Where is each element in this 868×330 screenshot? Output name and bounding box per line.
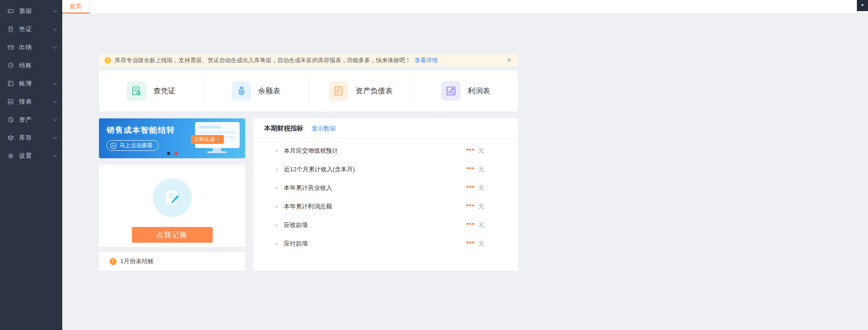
carousel-dot-2[interactable] <box>174 152 177 155</box>
unclosed-month-text: 1月份未结账 <box>120 257 154 265</box>
dashboard-columns: 销售成本智能结转 马上点击观看 <box>99 118 518 271</box>
fiscal-metrics-card: 本期财税指标 显示数据 本月应交增值税预计***元近12个月累计收入(含本月)*… <box>253 118 518 271</box>
masked-value: *** <box>466 147 475 154</box>
metrics-header: 本期财税指标 显示数据 <box>253 118 518 139</box>
watch-video-button[interactable]: 马上点击观看 <box>106 140 159 151</box>
chevron-down-icon <box>53 153 57 157</box>
masked-value: *** <box>466 240 475 247</box>
bullet-dot <box>275 168 278 171</box>
sidebar-item-label: 资产 <box>19 116 32 124</box>
sidebar-item-ledger[interactable]: 账簿 <box>0 74 62 92</box>
sidebar-item-label: 账簿 <box>19 79 32 88</box>
bullet-dot <box>275 150 278 152</box>
settings-icon <box>7 153 14 159</box>
sidebar-item-label: 库存 <box>19 134 32 142</box>
metric-label: 本月应交增值税预计 <box>284 147 338 155</box>
sidebar-item-label: 报表 <box>19 97 32 106</box>
metric-value: ***元 <box>466 165 484 174</box>
show-data-link[interactable]: 显示数据 <box>312 124 336 133</box>
sidebar-item-ticket[interactable]: 票据 <box>0 2 62 20</box>
metric-label: 应收款项 <box>284 221 308 229</box>
announcement-icon: ! <box>104 57 111 64</box>
metric-row: 应付款项***元 <box>253 234 518 253</box>
promo-banner[interactable]: 销售成本智能结转 马上点击观看 <box>99 118 245 158</box>
bullet-dot <box>275 243 278 245</box>
masked-value: *** <box>466 221 475 228</box>
document-pencil-icon <box>153 178 192 217</box>
main-area: 首页 ▼ ! 库存专业版全新上线啦，支持票据、凭证自动生成出入库单据，自动生成丰… <box>62 0 868 330</box>
tab-home-label: 首页 <box>70 2 82 11</box>
chevron-down-icon: ▼ <box>861 4 864 7</box>
bullet-dot <box>275 187 278 189</box>
warning-icon: ! <box>110 258 117 265</box>
sidebar-item-label: 出纳 <box>19 43 32 52</box>
close-icon[interactable]: × <box>507 57 511 64</box>
quick-link-balance[interactable]: 余额表 <box>204 78 309 104</box>
metric-label: 本年累计营业收入 <box>284 184 332 192</box>
chevron-down-icon <box>53 81 57 84</box>
masked-value: *** <box>466 203 475 210</box>
metric-unit: 元 <box>478 165 484 174</box>
masked-value: *** <box>466 184 475 191</box>
sidebar-item-settings[interactable]: 设置 <box>0 147 62 165</box>
bullet-dot <box>275 224 278 226</box>
sidebar-item-voucher[interactable]: 凭证 <box>0 20 62 38</box>
view-details-link[interactable]: 查看详情 <box>415 57 438 65</box>
sidebar: 票据凭证出纳结账账簿报表资产库存设置 <box>0 0 62 330</box>
money-bag-icon <box>232 81 251 101</box>
play-icon <box>110 142 117 149</box>
metric-unit: 元 <box>478 239 484 248</box>
quick-link-label: 余额表 <box>258 86 281 96</box>
cashier-icon <box>7 44 14 51</box>
metrics-title: 本期财税指标 <box>264 124 303 133</box>
generate-now-label: 立即生成 <box>194 136 215 143</box>
sidebar-item-closing[interactable]: 结账 <box>0 56 62 74</box>
carousel-dots <box>167 152 177 155</box>
metric-label: 应付款项 <box>284 239 308 248</box>
watch-video-label: 马上点击观看 <box>119 142 153 149</box>
bullet-dot <box>275 206 278 208</box>
sidebar-item-label: 票据 <box>19 7 32 15</box>
sidebar-item-asset[interactable]: 资产 <box>0 110 62 129</box>
carousel-dot-1[interactable] <box>167 152 170 155</box>
announcement-text: 库存专业版全新上线啦，支持票据、凭证自动生成出入库单据，自动生成丰富的库存报表，… <box>115 57 411 65</box>
metric-row: 本年累计利润总额***元 <box>253 197 518 216</box>
start-bookkeeping-button[interactable]: 点我记账 <box>132 227 213 243</box>
masked-value: *** <box>466 166 475 173</box>
chevron-down-icon <box>53 117 57 121</box>
metric-value: ***元 <box>466 221 484 229</box>
quick-link-balance-sheet[interactable]: 资产负债表 <box>309 78 414 104</box>
home-content: ! 库存专业版全新上线啦，支持票据、凭证自动生成出入库单据，自动生成丰富的库存报… <box>99 54 518 271</box>
quick-link-label: 利润表 <box>468 86 490 96</box>
sidebar-item-report[interactable]: 报表 <box>0 92 62 110</box>
generate-now-button[interactable]: 立即生成 <box>191 135 224 144</box>
metric-value: ***元 <box>466 184 484 192</box>
balance-sheet-icon <box>329 81 348 101</box>
announcement-banner: ! 库存专业版全新上线啦，支持票据、凭证自动生成出入库单据，自动生成丰富的库存报… <box>99 54 518 66</box>
metric-value: ***元 <box>466 239 484 248</box>
chevron-down-icon <box>53 8 57 12</box>
quick-link-label: 查凭证 <box>153 86 176 96</box>
sidebar-item-inventory[interactable]: 库存 <box>0 129 62 147</box>
sidebar-item-label: 结账 <box>19 61 32 70</box>
metric-row: 应收款项***元 <box>253 216 518 234</box>
report-icon <box>7 98 14 105</box>
tab-home[interactable]: 首页 <box>62 0 90 13</box>
voucher-icon <box>7 26 14 32</box>
chevron-down-icon <box>53 26 57 30</box>
quick-link-check-voucher[interactable]: 查凭证 <box>99 78 204 104</box>
metric-row: 近12个月累计收入(含本月)***元 <box>253 160 518 179</box>
sidebar-item-label: 凭证 <box>19 25 32 33</box>
app-window: 票据凭证出纳结账账簿报表资产库存设置 首页 ▼ ! 库存专业版全新上线啦，支持票… <box>0 0 868 330</box>
metrics-list: 本月应交增值税预计***元近12个月累计收入(含本月)***元本年累计营业收入*… <box>253 139 518 253</box>
quick-link-profit[interactable]: 利润表 <box>413 78 518 104</box>
sidebar-item-cashier[interactable]: 出纳 <box>0 38 62 56</box>
metric-row: 本月应交增值税预计***元 <box>253 142 518 160</box>
tabbar-dropdown-button[interactable]: ▼ <box>857 0 868 11</box>
chevron-down-icon <box>53 45 57 48</box>
metric-unit: 元 <box>478 147 484 155</box>
voucher-search-icon <box>127 81 146 101</box>
metric-row: 本年累计营业收入***元 <box>253 179 518 197</box>
sidebar-menu: 票据凭证出纳结账账簿报表资产库存设置 <box>0 0 62 165</box>
metric-unit: 元 <box>478 202 484 211</box>
